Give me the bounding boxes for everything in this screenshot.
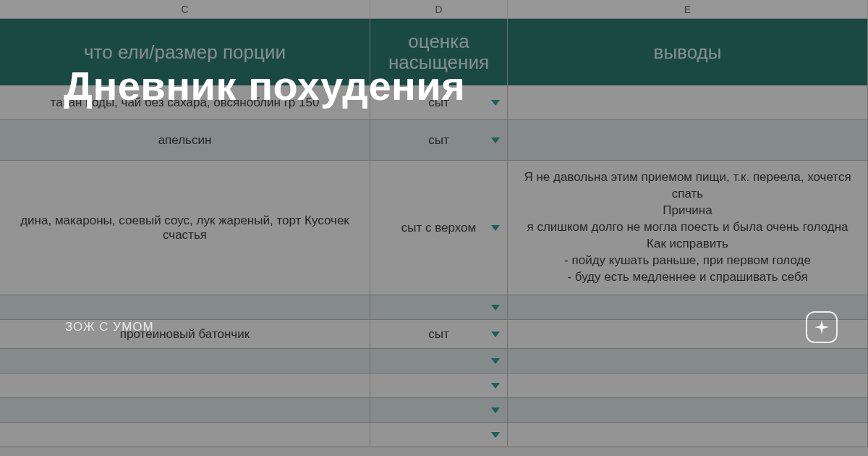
- stage: C D E что ели/размер порции оценка насыщ…: [0, 0, 868, 456]
- channel-name: ЗОЖ С УМОМ: [65, 320, 154, 334]
- page-title: Дневник похудения: [64, 62, 465, 109]
- sparkle-icon[interactable]: [806, 311, 838, 343]
